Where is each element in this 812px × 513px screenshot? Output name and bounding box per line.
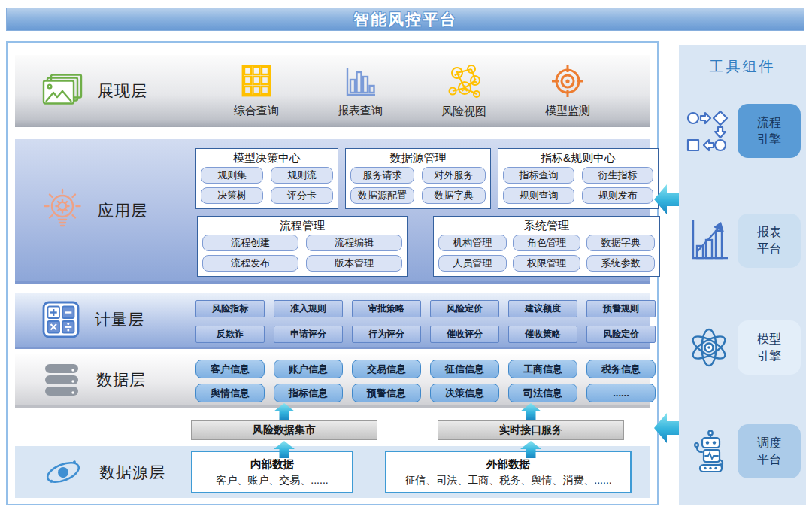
report-chart-icon [685,219,733,263]
presentation-item: 风险视图 [423,64,505,119]
source-box-external-data: 外部数据 征信、司法、工商、税务、舆情、消费、...... [385,451,632,493]
module-button: 机构管理 [438,235,507,251]
architecture-panel: 展现层 综合查询 [6,41,659,505]
metric-chip: 催收策略 [508,326,577,343]
tool-model-engine: 模型引擎 [685,320,804,375]
group-title: 数据源管理 [350,150,486,165]
database-icon [42,363,81,397]
up-arrow-icon [273,441,295,458]
data-chip: 客户信息 [195,360,265,378]
presentation-item-label: 模型监测 [545,104,590,118]
metric-chip: 预警规则 [586,300,656,317]
module-button: 系统参数 [586,255,655,272]
robot-icon [685,430,733,473]
datasource-label-zone: 数据源层 [26,446,192,498]
tool-box: 模型引擎 [738,320,801,375]
up-arrow-icon [520,403,542,420]
measurement-label-zone: 计量层 [26,293,192,347]
data-chip: 账户信息 [274,360,343,378]
group-datasource-management: 数据源管理 服务请求 对外服务 数据源配置 数据字典 [345,148,491,209]
data-chip: 交易信息 [352,360,421,378]
up-arrow-icon [520,441,542,458]
metric-chip: 行为评分 [352,326,421,343]
group-title: 流程管理 [202,218,402,233]
flowchart-icon [685,110,733,152]
layer-label: 展现层 [98,80,147,102]
left-arrow-icon [654,411,679,445]
data-chip: 税务信息 [586,360,656,378]
group-title: 系统管理 [438,218,655,233]
calculator-icon [42,301,80,338]
module-button: 指标查询 [503,167,574,184]
module-button: 规则查询 [503,187,574,204]
metric-chip: 风险指标 [195,300,265,317]
metric-chip: 风险定价 [430,300,499,317]
tool-box: 流程引擎 [738,104,801,158]
platform-banner: 智能风控平台 [6,8,804,31]
data-chip: ...... [586,384,656,402]
metric-chip: 建议额度 [508,300,577,317]
tool-label: 流程引擎 [756,114,783,147]
metric-chip: 准入规则 [274,300,343,317]
data-label-zone: 数据层 [26,354,192,405]
data-chip: 征信信息 [430,360,499,378]
bar-chart-icon [344,65,377,98]
metric-chip: 反欺诈 [195,326,265,343]
data-chip: 舆情信息 [195,384,265,402]
module-button: 数据字典 [422,187,486,204]
source-box-title: 内部数据 [250,457,294,472]
module-button: 流程编辑 [306,235,402,251]
tool-label: 模型引擎 [756,331,783,363]
bulb-gear-icon [42,188,83,233]
application-label-zone: 应用层 [26,139,192,281]
data-chip: 预警信息 [352,384,421,402]
tools-sidebar: 工具组件 流程引擎 [679,45,806,505]
bar-label: 风险数据集市 [253,423,316,437]
data-chips: 客户信息 账户信息 交易信息 征信信息 工商信息 税务信息 舆情信息 指标信息 … [195,360,656,402]
module-button: 规则集 [201,167,263,184]
module-button: 评分卡 [271,187,333,204]
module-button: 流程发布 [202,255,298,272]
measurement-chips: 风险指标 准入规则 审批策略 风险定价 建议额度 预警规则 反欺诈 申请评分 行… [195,300,656,343]
source-box-desc: 客户、账户、交易、...... [216,474,328,487]
presentation-item-label: 风险视图 [441,105,486,119]
platform-title: 智能风控平台 [353,9,457,30]
group-title: 模型决策中心 [201,150,333,165]
module-button: 人员管理 [438,255,507,272]
module-button: 规则发布 [582,187,653,204]
sidebar-title: 工具组件 [679,57,806,77]
presentation-item: 报表查询 [319,65,401,118]
data-chip: 司法信息 [508,384,577,402]
layer-datasource: 数据源层 内部数据 客户、账户、交易、...... 外部数据 征信、司法、工商、… [15,446,650,498]
module-button: 决策树 [201,187,263,204]
grid-icon [240,65,273,98]
module-button: 数据源配置 [350,187,414,204]
group-indicator-rule-center: 指标&规则中心 指标查询 衍生指标 规则查询 规则发布 [498,148,659,209]
module-button: 服务请求 [350,167,414,184]
target-icon [551,65,584,98]
gallery-icon [42,74,83,108]
layer-presentation: 展现层 综合查询 [15,55,650,127]
bar-realtime-interface-service: 实时接口服务 [438,420,624,440]
application-groups: 模型决策中心 规则集 规则流 决策树 评分卡 数据源管理 服务请求 对外服务 数… [195,139,656,281]
layer-data: 数据层 客户信息 账户信息 交易信息 征信信息 工商信息 税务信息 舆情信息 指… [15,354,650,408]
layer-application: 应用层 模型决策中心 规则集 规则流 决策树 评分卡 数据源管理 服务请求 [15,139,650,284]
bar-label: 实时接口服务 [499,423,562,437]
module-button: 规则流 [271,167,333,184]
data-chip: 工商信息 [508,360,577,378]
metric-chip: 风险定价 [586,326,656,343]
group-process-management: 流程管理 流程创建 流程编辑 流程发布 版本管理 [197,216,408,277]
data-chip: 指标信息 [274,384,343,402]
layer-label: 数据层 [96,369,146,390]
group-model-decision-center: 模型决策中心 规则集 规则流 决策树 评分卡 [195,148,338,209]
source-box-internal-data: 内部数据 客户、账户、交易、...... [191,451,353,493]
tool-label: 报表平台 [756,224,783,256]
tool-scheduling-platform: 调度平台 [685,424,804,478]
module-button: 角色管理 [513,235,581,251]
presentation-item: 模型监测 [526,65,609,118]
presentation-item-label: 综合查询 [234,104,279,118]
module-button: 流程创建 [202,235,298,251]
module-button: 版本管理 [306,255,402,272]
presentation-item-label: 报表查询 [338,104,383,118]
tool-box: 报表平台 [738,214,801,268]
